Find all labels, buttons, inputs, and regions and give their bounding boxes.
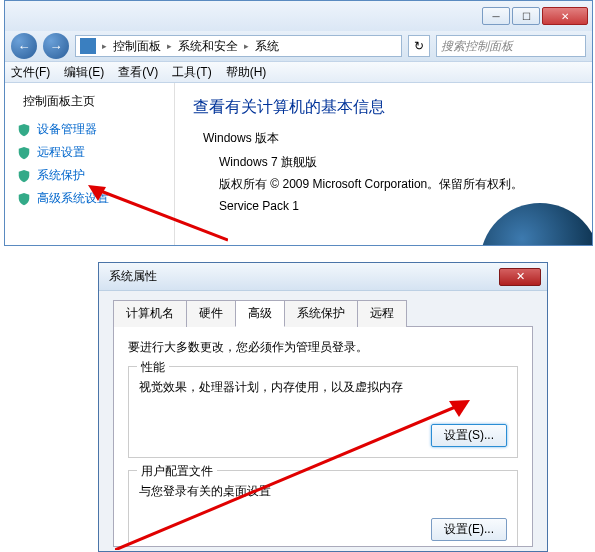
sidebar-item-system-protection[interactable]: 系统保护 bbox=[5, 164, 174, 187]
breadcrumb-bar[interactable]: ▸ 控制面板 ▸ 系统和安全 ▸ 系统 bbox=[75, 35, 402, 57]
shield-icon bbox=[17, 146, 31, 160]
profiles-settings-button[interactable]: 设置(E)... bbox=[431, 518, 507, 541]
menu-edit[interactable]: 编辑(E) bbox=[64, 64, 104, 81]
tab-hardware[interactable]: 硬件 bbox=[186, 300, 236, 327]
sidebar-item-label: 设备管理器 bbox=[37, 121, 97, 138]
tab-system-protection[interactable]: 系统保护 bbox=[284, 300, 358, 327]
sidebar-item-remote-settings[interactable]: 远程设置 bbox=[5, 141, 174, 164]
chevron-right-icon: ▸ bbox=[167, 41, 172, 51]
sidebar-item-label: 远程设置 bbox=[37, 144, 85, 161]
control-panel-system-window: ─ ☐ ✕ ← → ▸ 控制面板 ▸ 系统和安全 ▸ 系统 ↻ 搜索控制面板 文… bbox=[4, 0, 593, 246]
sidebar-item-device-manager[interactable]: 设备管理器 bbox=[5, 118, 174, 141]
tab-remote[interactable]: 远程 bbox=[357, 300, 407, 327]
chevron-right-icon: ▸ bbox=[102, 41, 107, 51]
page-heading: 查看有关计算机的基本信息 bbox=[193, 97, 578, 118]
sidebar-home-link[interactable]: 控制面板主页 bbox=[5, 93, 174, 118]
shield-icon bbox=[17, 123, 31, 137]
sidebar: 控制面板主页 设备管理器 远程设置 系统保护 高级系统设置 bbox=[5, 83, 175, 245]
group-user-profiles: 用户配置文件 与您登录有关的桌面设置 设置(E)... bbox=[128, 470, 518, 547]
search-placeholder: 搜索控制面板 bbox=[441, 38, 513, 55]
windows-copyright: 版权所有 © 2009 Microsoft Corporation。保留所有权利… bbox=[219, 175, 578, 193]
breadcrumb-segment[interactable]: 系统和安全 bbox=[178, 38, 238, 55]
breadcrumb-segment[interactable]: 系统 bbox=[255, 38, 279, 55]
tab-content-advanced: 要进行大多数更改，您必须作为管理员登录。 性能 视觉效果，处理器计划，内存使用，… bbox=[113, 327, 533, 547]
dialog-body: 计算机名 硬件 高级 系统保护 远程 要进行大多数更改，您必须作为管理员登录。 … bbox=[99, 291, 547, 552]
sidebar-item-advanced-system-settings[interactable]: 高级系统设置 bbox=[5, 187, 174, 210]
group-performance: 性能 视觉效果，处理器计划，内存使用，以及虚拟内存 设置(S)... bbox=[128, 366, 518, 458]
address-toolbar: ← → ▸ 控制面板 ▸ 系统和安全 ▸ 系统 ↻ 搜索控制面板 bbox=[5, 31, 592, 61]
tab-strip: 计算机名 硬件 高级 系统保护 远程 bbox=[113, 299, 533, 327]
window-titlebar: ─ ☐ ✕ bbox=[5, 1, 592, 31]
tab-computer-name[interactable]: 计算机名 bbox=[113, 300, 187, 327]
sidebar-item-label: 系统保护 bbox=[37, 167, 85, 184]
performance-settings-button[interactable]: 设置(S)... bbox=[431, 424, 507, 447]
group-title: 性能 bbox=[137, 359, 169, 376]
maximize-button[interactable]: ☐ bbox=[512, 7, 540, 25]
shield-icon bbox=[17, 169, 31, 183]
dialog-titlebar: 系统属性 ✕ bbox=[99, 263, 547, 291]
minimize-button[interactable]: ─ bbox=[482, 7, 510, 25]
breadcrumb-segment[interactable]: 控制面板 bbox=[113, 38, 161, 55]
admin-note: 要进行大多数更改，您必须作为管理员登录。 bbox=[128, 339, 518, 356]
shield-icon bbox=[17, 192, 31, 206]
group-description: 视觉效果，处理器计划，内存使用，以及虚拟内存 bbox=[139, 379, 507, 396]
menu-file[interactable]: 文件(F) bbox=[11, 64, 50, 81]
menu-view[interactable]: 查看(V) bbox=[118, 64, 158, 81]
back-button[interactable]: ← bbox=[11, 33, 37, 59]
dialog-title: 系统属性 bbox=[109, 268, 157, 285]
search-input[interactable]: 搜索控制面板 bbox=[436, 35, 586, 57]
menu-tools[interactable]: 工具(T) bbox=[172, 64, 211, 81]
group-title: 用户配置文件 bbox=[137, 463, 217, 480]
chevron-right-icon: ▸ bbox=[244, 41, 249, 51]
close-button[interactable]: ✕ bbox=[499, 268, 541, 286]
menu-help[interactable]: 帮助(H) bbox=[226, 64, 267, 81]
window-body: 控制面板主页 设备管理器 远程设置 系统保护 高级系统设置 查看有关计算机的基本… bbox=[5, 83, 592, 245]
sidebar-item-label: 高级系统设置 bbox=[37, 190, 109, 207]
system-properties-dialog: 系统属性 ✕ 计算机名 硬件 高级 系统保护 远程 要进行大多数更改，您必须作为… bbox=[98, 262, 548, 552]
close-button[interactable]: ✕ bbox=[542, 7, 588, 25]
windows-edition-value: Windows 7 旗舰版 bbox=[219, 153, 578, 171]
windows-edition-label: Windows 版本 bbox=[203, 130, 578, 147]
main-pane: 查看有关计算机的基本信息 Windows 版本 Windows 7 旗舰版 版权… bbox=[175, 83, 592, 245]
computer-icon bbox=[80, 38, 96, 54]
refresh-button[interactable]: ↻ bbox=[408, 35, 430, 57]
tab-advanced[interactable]: 高级 bbox=[235, 300, 285, 327]
group-description: 与您登录有关的桌面设置 bbox=[139, 483, 507, 500]
menu-bar: 文件(F) 编辑(E) 查看(V) 工具(T) 帮助(H) bbox=[5, 61, 592, 83]
forward-button[interactable]: → bbox=[43, 33, 69, 59]
